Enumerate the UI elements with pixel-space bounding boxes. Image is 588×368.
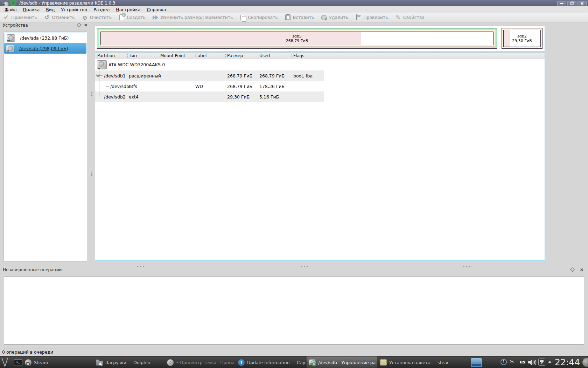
undo-icon: ↺ [44,14,50,21]
splitter-grip[interactable]: ••• [136,264,145,269]
statusbar-text: 0 операций в очереди [2,349,53,355]
pending-operations-list [4,276,584,345]
table-row-sdb1[interactable]: /dev/sdb1 расширенный 268,79 ГиБ 268,79 … [95,70,324,81]
task-dolphin[interactable]: Загрузки — Dolphin [93,356,164,368]
minimize-button[interactable] [557,1,566,6]
col-size[interactable]: Размер [227,53,243,58]
partition-sdb5-box[interactable]: sdb5 268,79 ГиБ [99,30,495,47]
partition-sdb5-label: sdb5 268,79 ГиБ [101,32,493,45]
operations-dock-float-button[interactable] [570,267,575,272]
partition-bar-panel: sdb5 268,79 ГиБ sdb2 29,30 ГиБ [95,26,545,51]
maximize-button[interactable] [567,1,576,6]
copy-button[interactable]: Скопировать [239,14,278,21]
window-title: /dev/sdb - Управление разделами KDE 1.0.… [19,0,115,6]
task-package-install[interactable]: Установка пакета — steam-laun [378,356,448,368]
task-partition-manager[interactable]: /dev/sdb - Управление раздела [307,356,377,368]
browser-disc-icon [167,359,174,366]
tree-line [106,86,109,87]
toolbar: ✔ Применить ↺ Отменить ⊘ Очистить + Созд… [0,13,588,22]
col-mount-point[interactable]: Mount Point [160,53,185,58]
copy-icon [239,14,246,21]
splitter-grip[interactable]: ••• [91,92,92,96]
launcher-v-icon[interactable] [1,357,11,368]
tree-line [99,69,99,97]
col-label[interactable]: Label [195,53,206,58]
undo-button[interactable]: ↺ Отменить [44,14,75,21]
delete-icon [321,14,327,21]
update-alert-icon: ! [238,359,245,366]
apply-button[interactable]: ✔ Применить [3,14,37,21]
device-name: ATA WDC WD3200AAKS-0 [108,59,165,70]
partition-sdb2-box[interactable]: sdb2 29,30 ГиБ [502,28,542,49]
hard-disk-icon [97,60,107,69]
pager-icon[interactable] [471,358,482,367]
partition-table: Partition Тип Mount Point Label Размер U… [95,53,545,261]
operations-dock-title: Незавершённые операции [3,267,62,272]
operations-dock-close-button[interactable] [579,267,584,272]
desktop: /dev/sdb - Управление разделами KDE 1.0.… [0,0,588,368]
extended-partition-box[interactable]: sdb5 268,79 ГиБ [97,28,497,49]
tree-line [99,75,103,76]
col-used[interactable]: Used [259,53,270,58]
tree-line [106,78,106,86]
close-button[interactable] [578,1,587,6]
terminal-icon[interactable]: >_ [14,359,22,366]
notification-badge[interactable]: 1 [500,359,507,365]
menu-view[interactable]: Вид [43,7,58,13]
device-item-sda[interactable]: /dev/sda (232,88 ГиБ) [5,33,86,43]
delete-button[interactable]: Удалить [321,14,348,21]
menu-device[interactable]: Устройство [58,7,90,13]
hard-disk-icon [6,45,14,52]
splitter-grip[interactable]: ••• [463,264,471,269]
devices-dock-title: Устройства [3,23,28,28]
devices-dock-close-button[interactable] [83,22,88,28]
panel-cashew-icon[interactable] [582,358,588,367]
menubar: Файл Правка Вид Устройство Раздел Настро… [0,6,588,13]
check-button[interactable]: Проверить [355,14,388,21]
splitter-grip[interactable]: ••• [91,172,92,177]
window-titlebar[interactable]: /dev/sdb - Управление разделами KDE 1.0.… [0,0,588,6]
tree-line [99,97,103,97]
menu-help[interactable]: Справка [144,7,169,13]
resize-move-button[interactable]: Изменить размер/Переместить [152,14,233,21]
col-partition[interactable]: Partition [97,53,115,58]
check-flag-icon [355,14,362,21]
clear-button[interactable]: ⊘ Очистить [82,14,112,21]
task-update-information[interactable]: ! Update Information — Служба К [236,356,306,368]
col-flags[interactable]: Flags [293,53,304,58]
menu-file[interactable]: Файл [1,7,20,13]
properties-icon: ✎ [395,14,401,21]
taskbar: >_ Steam Загрузки — Dolphin • Просмотр т… [0,356,588,368]
menu-settings[interactable]: Настройка [113,7,144,13]
launch-feedback-icon [10,0,16,6]
klipper-scissors-icon[interactable]: ✂ [510,358,514,365]
clock[interactable]: 22:44 [555,357,580,367]
table-row-sdb5[interactable]: /dev/sdb5 ntfs WD 268,79 ГиБ 178,36 ГиБ [95,81,324,91]
paste-button[interactable]: Вставить [285,14,314,21]
new-partition-icon: + [118,14,125,21]
apply-check-icon: ✔ [3,14,9,21]
devices-dock-float-button[interactable] [77,22,82,28]
tray-expand-arrow-icon[interactable] [548,361,552,363]
devices-list: /dev/sda (232,88 ГиБ) /dev/sdb (298,09 Г… [4,32,87,261]
new-partition-button[interactable]: + Создать [118,14,146,21]
table-row-sdb2[interactable]: /dev/sdb2 ext4 29,30 ГиБ 5,16 ГиБ [95,91,324,102]
task-steam[interactable]: Steam [22,356,93,368]
device-notifier-icon[interactable] [538,359,545,366]
task-browser[interactable]: • Просмотр темы - Пропала гра [164,356,235,368]
app-icon [2,1,2,6]
menu-partition[interactable]: Раздел [90,7,113,13]
partition-sdb2-label: sdb2 29,30 ГиБ [504,30,540,47]
hard-disk-icon [7,34,15,42]
partition-manager-icon [309,359,316,366]
folder-icon [96,361,103,366]
keyboard-layout-indicator[interactable]: us [520,360,525,364]
splitter-grip[interactable]: ••• [300,264,309,269]
steam-icon [25,359,31,366]
properties-button[interactable]: ✎ Свойства [395,14,425,21]
col-type[interactable]: Тип [129,53,137,58]
menu-edit[interactable]: Правка [20,7,43,13]
table-row-device[interactable]: ATA WDC WD3200AAKS-0 [95,59,324,70]
volume-icon[interactable] [528,359,537,367]
device-item-sdb[interactable]: /dev/sdb (298,09 ГиБ) [4,43,86,54]
